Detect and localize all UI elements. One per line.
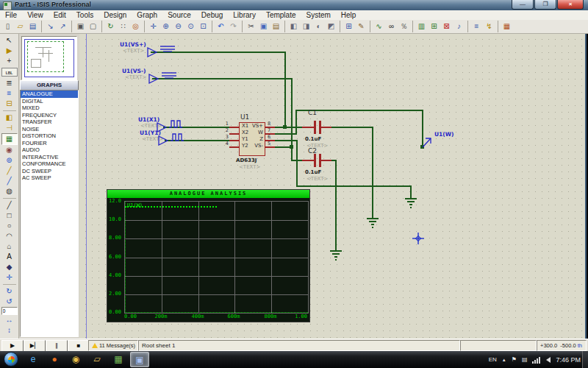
2d-marker-icon[interactable]: ✛ [2, 272, 17, 283]
c1-value[interactable]: 0.1uF [305, 136, 321, 142]
graph-type-ac-sweep[interactable]: AC SWEEP [21, 174, 78, 182]
new-sheet-icon[interactable]: ⊞ [428, 21, 440, 32]
ground-symbol[interactable] [405, 193, 417, 209]
ground-symbol[interactable] [330, 245, 342, 261]
generator-vsplus-label[interactable]: U1(VS+) [120, 41, 146, 48]
rotate-clockwise-icon[interactable]: ↻ [2, 286, 17, 297]
redraw-icon[interactable]: ↻ [104, 21, 117, 32]
wire-z-link[interactable] [274, 140, 298, 141]
toggle-grid-icon[interactable]: ∷ [117, 21, 129, 32]
pick-device-icon[interactable]: ⊞ [343, 21, 355, 32]
ground-symbol[interactable] [367, 213, 379, 229]
start-button[interactable] [4, 352, 18, 367]
menu-design[interactable]: Design [98, 10, 132, 20]
taskbar-app-chrome[interactable]: ◉ [66, 352, 85, 367]
wire-z-bottom-h[interactable] [296, 185, 412, 187]
c2-value[interactable]: 0.1uF [305, 169, 321, 175]
property-assignment-icon[interactable]: ％ [398, 21, 410, 32]
c1-reference[interactable]: C1 [308, 109, 317, 116]
wire-vsminus-c2-v[interactable] [291, 146, 293, 161]
graph-type-distortion[interactable]: DISTORTION [21, 132, 78, 140]
zoom-in-icon[interactable]: ⊕ [159, 21, 172, 32]
hidden-icons-chevron[interactable]: ▲ [502, 358, 506, 362]
zoom-out-icon[interactable]: ⊖ [172, 21, 184, 32]
bill-of-materials-icon[interactable]: ≡ [470, 21, 483, 32]
analysis-graph-window[interactable]: ANALOGUE ANALYSIS U1(W) 0.002.004.006.00… [107, 189, 310, 322]
taskbar-app-media-app[interactable]: ▦ [109, 352, 128, 367]
wire-c2-ground-v[interactable] [335, 160, 337, 245]
graph-type-dc-sweep[interactable]: DC SWEEP [21, 168, 78, 175]
graph-type-digital[interactable]: DIGITAL [21, 98, 78, 105]
export-section-icon[interactable]: ↗ [57, 21, 69, 32]
import-section-icon[interactable]: ↘ [44, 21, 57, 32]
maximize-button[interactable]: ❐ [534, 0, 556, 10]
block-move-icon[interactable]: ◨ [300, 21, 312, 32]
design-explorer-icon[interactable]: ▥ [415, 21, 428, 32]
netlist-to-ares-icon[interactable]: ▦ [501, 21, 513, 32]
taskbar-app-internet-explorer[interactable]: e [24, 352, 43, 367]
cut-icon[interactable]: ✂ [245, 21, 257, 32]
redo-icon[interactable]: ↷ [227, 21, 240, 32]
graph-type-noise[interactable]: NOISE [21, 126, 78, 133]
graph-type-mixed[interactable]: MIXED [21, 105, 78, 112]
wire-z-down-v[interactable] [296, 140, 298, 187]
menu-file[interactable]: File [0, 10, 22, 20]
wire-vsminus-v[interactable] [291, 78, 293, 149]
wire-w-link[interactable] [274, 133, 297, 135]
simulation-pause-button[interactable]: ∥ [46, 340, 68, 352]
selection-mode-icon[interactable]: ↖ [2, 35, 17, 46]
minimize-button[interactable]: — [512, 0, 534, 10]
menu-template[interactable]: Template [261, 10, 301, 20]
show-desktop-button[interactable] [582, 351, 588, 368]
graph-type-transfer[interactable]: TRANSFER [21, 118, 78, 126]
tape-recorder-mode-icon[interactable]: ◉ [2, 145, 17, 155]
device-pin-mode-icon[interactable]: ⊣ [2, 123, 17, 133]
probe-w-label[interactable]: U1(W) [434, 131, 453, 138]
mark-output-area-icon[interactable]: ▢ [87, 21, 99, 32]
buses-mode-icon[interactable]: ≡ [2, 88, 17, 99]
virtual-instruments-mode-icon[interactable]: ◍ [2, 186, 17, 197]
junction-dot-mode-icon[interactable]: + [2, 56, 17, 66]
menu-tools[interactable]: Tools [71, 10, 98, 20]
wire-label-mode-icon[interactable]: LBL [1, 68, 18, 77]
text-script-mode-icon[interactable]: ≣ [2, 78, 17, 88]
copy-icon[interactable]: ▣ [257, 21, 270, 32]
make-device-icon[interactable]: ✎ [355, 21, 368, 32]
mirror-horizontal-icon[interactable]: ↔ [2, 315, 17, 325]
language-indicator[interactable]: EN [489, 356, 497, 363]
block-rotate-icon[interactable]: ◐ [312, 21, 325, 32]
menu-system[interactable]: System [301, 10, 335, 20]
graph-type-audio[interactable]: AUDIO [21, 146, 78, 154]
undo-icon[interactable]: ↶ [215, 21, 227, 32]
graph-type-fourier[interactable]: FOURIER [21, 140, 78, 147]
action-center-flag-icon[interactable]: ⚑ [512, 356, 517, 363]
pan-icon[interactable]: ✛ [147, 21, 159, 32]
c2-reference[interactable]: C2 [308, 147, 317, 155]
message-indicator[interactable]: 11 Message(s) [88, 340, 138, 351]
search-tag-icon[interactable]: ∞ [385, 21, 398, 32]
menu-edit[interactable]: Edit [49, 10, 71, 20]
rotation-angle-field[interactable] [1, 307, 18, 315]
taskbar-app-firefox[interactable]: ● [45, 352, 64, 367]
2d-box-icon[interactable]: □ [2, 210, 17, 221]
menu-debug[interactable]: Debug [196, 10, 228, 20]
windows-update-icon[interactable]: ▤ [522, 356, 528, 363]
terminal-mode-icon[interactable]: ◧ [2, 113, 17, 123]
electrical-rule-check-icon[interactable]: ↯ [483, 21, 495, 32]
new-design-icon[interactable]: ▯ [1, 21, 14, 32]
simulation-step-button[interactable]: ▶▏ [24, 340, 46, 352]
wire-c1-right[interactable] [331, 127, 373, 128]
component-mode-icon[interactable]: ▶ [2, 46, 17, 56]
wire-pin8-c1[interactable] [274, 127, 302, 128]
goto-sheet-icon[interactable]: ♪ [453, 21, 465, 32]
2d-path-icon[interactable]: ⌂ [2, 241, 17, 252]
menu-view[interactable]: View [22, 10, 49, 20]
zoom-area-icon[interactable]: ⊡ [197, 21, 209, 32]
print-icon[interactable]: ▣ [74, 21, 87, 32]
simulation-play-button[interactable]: ▶ [1, 340, 24, 352]
origin-icon[interactable]: ◎ [129, 21, 142, 32]
generator-mode-icon[interactable]: ⊚ [2, 155, 17, 166]
mirror-vertical-icon[interactable]: ↕ [2, 325, 17, 336]
wire-w-up-v[interactable] [295, 110, 297, 135]
menu-library[interactable]: Library [228, 10, 261, 20]
